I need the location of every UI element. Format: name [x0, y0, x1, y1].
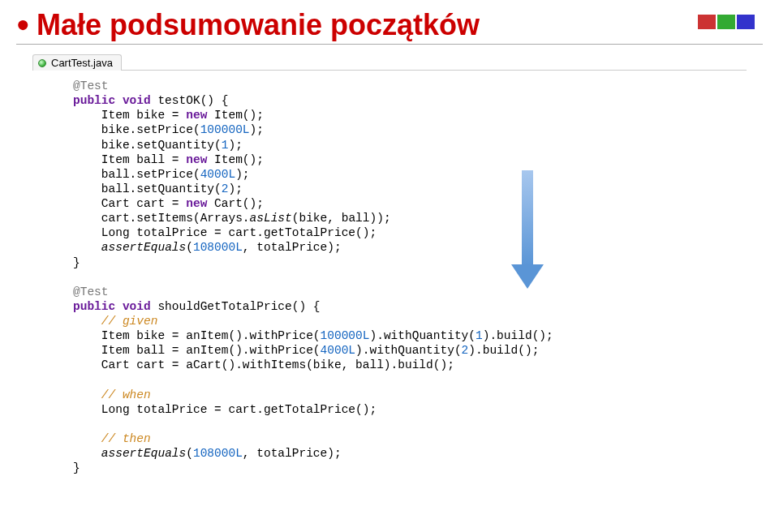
code-text: ); [228, 139, 242, 152]
code-text: Item ball = anItem().withPrice( [73, 344, 321, 357]
number: 100000L [321, 329, 370, 342]
keyword: public void [73, 94, 151, 107]
code-text: ).build(); [483, 329, 553, 342]
number: 108000L [193, 241, 243, 254]
code-text: ).withQuantity( [355, 344, 462, 357]
code-text: ); [250, 123, 264, 136]
arrow-head [511, 264, 544, 289]
square-green [717, 15, 735, 29]
code-text: ); [235, 168, 249, 181]
code-text: , totalPrice); [243, 241, 342, 254]
code-text: Cart cart = aCart().withItems(bike, ball… [73, 358, 454, 371]
code-text: Long totalPrice = cart.getTotalPrice(); [73, 403, 377, 416]
keyword: new [186, 109, 207, 122]
bullet-icon: ● [16, 13, 30, 36]
static-call: assertEquals [101, 447, 186, 460]
number: 108000L [193, 447, 243, 460]
keyword: new [186, 153, 207, 166]
static-call: asList [250, 212, 292, 225]
code-text: testOK() { [151, 94, 229, 107]
code-text: bike.setQuantity( [73, 139, 222, 152]
code-text: ( [186, 447, 193, 460]
number: 4000L [200, 168, 236, 181]
code-text: Item(); [207, 109, 264, 122]
slide: ● Małe podsumowanie początków CartTest.j… [0, 0, 779, 532]
code-text [73, 447, 101, 460]
keyword: new [186, 197, 207, 210]
code-text: Cart(); [207, 197, 264, 210]
code-text: } [73, 461, 80, 474]
square-blue [737, 15, 755, 29]
file-tab-container: CartTest.java [32, 54, 747, 71]
code-text: Item(); [207, 153, 264, 166]
code-text: Item bike = [73, 109, 186, 122]
number: 1 [476, 329, 483, 342]
comment: // when [73, 388, 151, 401]
java-file-icon [38, 59, 46, 67]
arrow-down-icon [511, 170, 544, 292]
keyword: public void [73, 300, 151, 313]
tab-underline [32, 70, 747, 71]
code-block-2: @Test public void shouldGetTotalPrice() … [73, 285, 730, 476]
square-red [698, 15, 716, 29]
corner-decor [698, 15, 755, 29]
annotation: @Test [73, 285, 109, 298]
code-text: , totalPrice); [243, 447, 342, 460]
static-call: assertEquals [101, 241, 186, 254]
code-text: (bike, ball)); [292, 212, 391, 225]
code-pre-1: @Test public void testOK() { Item bike =… [73, 79, 730, 270]
comment: // then [73, 432, 151, 445]
comment: // given [73, 315, 157, 328]
code-text: ( [186, 241, 193, 254]
code-block-1: @Test public void testOK() { Item bike =… [73, 79, 730, 270]
file-tab-label: CartTest.java [51, 57, 113, 69]
code-pre-2: @Test public void shouldGetTotalPrice() … [73, 285, 730, 476]
number: 100000L [200, 123, 250, 136]
code-text: Cart cart = [73, 197, 186, 210]
title-underline [16, 44, 763, 45]
code-text: Item ball = [73, 153, 186, 166]
code-text: ).withQuantity( [369, 329, 476, 342]
code-text: shouldGetTotalPrice() { [151, 300, 321, 313]
code-text: cart.setItems(Arrays. [73, 212, 250, 225]
annotation: @Test [73, 79, 109, 92]
code-text: Item bike = anItem().withPrice( [73, 329, 321, 342]
code-text: Long totalPrice = cart.getTotalPrice(); [73, 226, 377, 239]
code-text: ); [228, 182, 242, 195]
code-text [73, 241, 101, 254]
file-tab: CartTest.java [32, 54, 122, 71]
code-text: bike.setPrice( [73, 123, 200, 136]
code-text: ball.setPrice( [73, 168, 200, 181]
code-text: ).build(); [468, 344, 539, 357]
slide-title: Małe podsumowanie początków [37, 8, 480, 42]
arrow-stem [522, 170, 533, 266]
code-text: } [73, 256, 80, 269]
title-row: ● Małe podsumowanie początków [0, 0, 779, 42]
number: 4000L [321, 344, 356, 357]
number: 2 [462, 344, 469, 357]
code-text: ball.setQuantity( [73, 182, 222, 195]
